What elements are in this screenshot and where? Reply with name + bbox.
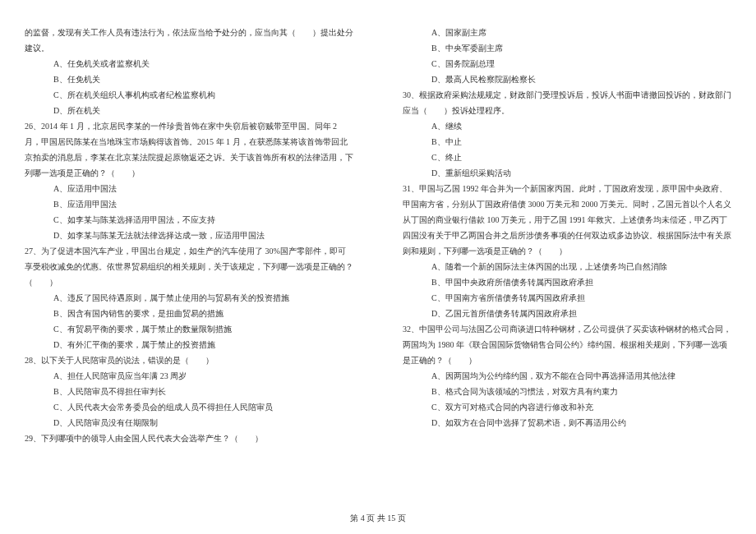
q28-opt-b: B、人民陪审员不得担任审判长 — [25, 384, 353, 399]
q25-opt-b: B、任免机关 — [25, 71, 353, 87]
q26-opt-a: A、应适用中国法 — [25, 181, 353, 196]
left-column: 的监督，发现有关工作人员有违法行为，依法应当给予处分的，应当向其（ ）提出处分建… — [0, 0, 378, 509]
q30-opt-c: C、终止 — [403, 150, 731, 165]
q29-opt-a: A、国家副主席 — [403, 25, 731, 40]
q32-opt-b: B、格式合同为该领域的习惯法，对双方具有约束力 — [403, 384, 731, 399]
q25-opt-d: D、所在机关 — [25, 103, 353, 118]
q32-opt-d: D、如双方在合同中选择了贸易术语，则不再适用公约 — [403, 415, 731, 430]
right-column: A、国家副主席 B、中央军委副主席 C、国务院副总理 D、最高人民检察院副检察长… — [378, 0, 756, 509]
q30: 30、根据政府采购法规规定，财政部门受理投诉后，投诉人书面申请撤回投诉的，财政部… — [403, 87, 731, 118]
q27-opt-c: C、有贸易平衡的要求，属于禁止的数量限制措施 — [25, 321, 353, 337]
q29-opt-d: D、最高人民检察院副检察长 — [403, 71, 731, 87]
q29-opt-b: B、中央军委副主席 — [403, 40, 731, 56]
q26-opt-d: D、如李某与陈某无法就法律选择达成一致，应适用甲国法 — [25, 228, 353, 243]
q29-opt-c: C、国务院副总理 — [403, 56, 731, 71]
q32: 32、中国甲公司与法国乙公司商谈进口特种钢材，乙公司提供了买卖该种钢材的格式合同… — [403, 321, 731, 368]
q25-opt-a: A、任免机关或者监察机关 — [25, 56, 353, 71]
q31-opt-d: D、乙国元首所借债务转属丙国政府承担 — [403, 306, 731, 321]
q26-opt-c: C、如李某与陈某选择适用甲国法，不应支持 — [25, 212, 353, 228]
q28: 28、以下关于人民陪审员的说法，错误的是（ ） — [25, 352, 353, 368]
q32-opt-c: C、双方可对格式合同的内容进行修改和补充 — [403, 399, 731, 415]
page-body: 的监督，发现有关工作人员有违法行为，依法应当给予处分的，应当向其（ ）提出处分建… — [0, 0, 756, 509]
q31-opt-a: A、随着一个新的国际法主体丙国的出现，上述债务均已自然消除 — [403, 259, 731, 274]
q27-opt-d: D、有外汇平衡的要求，属于禁止的投资措施 — [25, 337, 353, 352]
q25-tail: 的监督，发现有关工作人员有违法行为，依法应当给予处分的，应当向其（ ）提出处分建… — [25, 25, 353, 56]
q28-opt-c: C、人民代表大会常务委员会的组成人员不得担任人民陪审员 — [25, 399, 353, 415]
q30-opt-d: D、重新组织采购活动 — [403, 165, 731, 181]
q31-opt-b: B、甲国中央政府所借债务转属丙国政府承担 — [403, 274, 731, 290]
q27: 27、为了促进本国汽车产业，甲国出台规定，如生产的汽车使用了 30%国产零部件，… — [25, 243, 353, 290]
q27-opt-b: B、因含有国内销售的要求，是扭曲贸易的措施 — [25, 306, 353, 321]
q27-opt-a: A、违反了国民待遇原则，属于禁止使用的与贸易有关的投资措施 — [25, 290, 353, 306]
q25-opt-c: C、所在机关组织人事机构或者纪检监察机构 — [25, 87, 353, 103]
q32-opt-a: A、因两国均为公约缔约国，双方不能在合同中再选择适用其他法律 — [403, 368, 731, 384]
q28-opt-a: A、担任人民陪审员应当年满 23 周岁 — [25, 368, 353, 384]
q26: 26、2014 年 1 月，北京居民李某的一件珍贵首饰在家中失窃后被窃贼带至甲国… — [25, 118, 353, 181]
q31-opt-c: C、甲国南方省所借债务转属丙国政府承担 — [403, 290, 731, 306]
page-footer: 第 4 页 共 15 页 — [0, 513, 756, 524]
q28-opt-d: D、人民陪审员没有任期限制 — [25, 415, 353, 430]
q31: 31、甲国与乙国 1992 年合并为一个新国家丙国。此时，丁国政府发现，原甲国中… — [403, 181, 731, 259]
q26-opt-b: B、应适用甲国法 — [25, 196, 353, 212]
q29: 29、下列哪项中的领导人由全国人民代表大会选举产生？（ ） — [25, 430, 353, 446]
q30-opt-b: B、中止 — [403, 134, 731, 150]
q30-opt-a: A、继续 — [403, 118, 731, 134]
